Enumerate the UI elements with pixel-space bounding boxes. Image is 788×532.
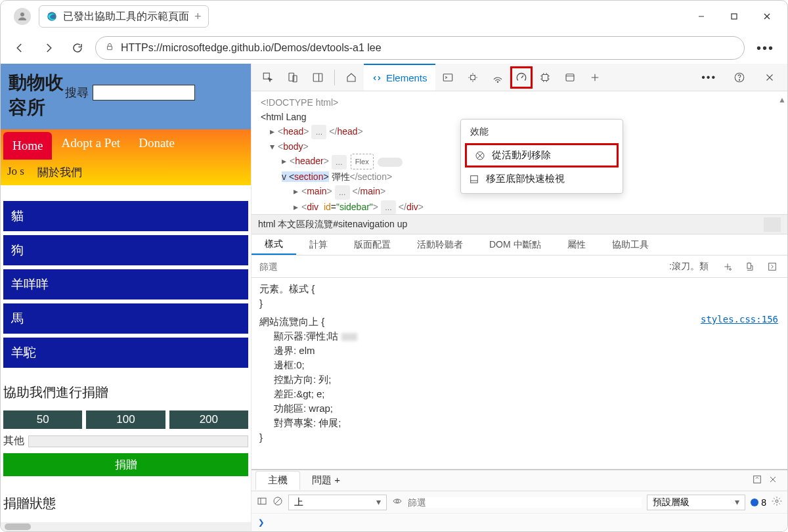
more-tabs-button[interactable] [584, 66, 606, 89]
edge-icon [46, 11, 58, 22]
svg-rect-48 [258, 498, 266, 504]
svg-point-52 [396, 500, 399, 502]
drawer-tab-issues[interactable]: 問題 + [300, 472, 352, 489]
svg-line-51 [275, 499, 280, 504]
ctx-move-to-bottom[interactable]: 移至底部快速檢視 [461, 169, 623, 189]
browser-tab[interactable]: 已發出協助工具的示範頁面 + [39, 5, 209, 28]
drawer-expand-icon[interactable] [752, 474, 762, 487]
devtools-menu-button[interactable]: ••• [696, 72, 722, 83]
window-minimize-button[interactable] [686, 6, 716, 27]
css-rules-pane[interactable]: 元素。樣式 { } 網站流覽向上 { 顯示器:彈性;咕 邊界: elm 邊框:0… [252, 278, 787, 469]
paint-bucket-icon[interactable] [740, 258, 760, 275]
application-tab-button[interactable] [559, 66, 581, 89]
scroll-up-icon[interactable]: ▲ [778, 93, 786, 107]
clear-console-icon[interactable] [273, 496, 283, 508]
devtools-toolbar: Elements ••• [252, 64, 787, 91]
nav-donate[interactable]: Donate [129, 129, 184, 160]
list-item[interactable]: 羊駝 [3, 338, 248, 368]
tab-styles[interactable]: 樣式 [252, 234, 296, 255]
inspect-element-button[interactable] [257, 66, 279, 89]
donate-title: 協助我們進行捐贈 [3, 384, 248, 401]
page-logo: 動物收容所 [6, 70, 65, 120]
close-devtools-button[interactable] [758, 66, 781, 89]
svg-rect-12 [443, 74, 452, 81]
donate-amount-button[interactable]: 200 [169, 410, 248, 429]
donate-submit-button[interactable]: 捐贈 [3, 453, 248, 476]
ctx-remove-from-activity-bar[interactable]: 從活動列移除 [465, 143, 619, 167]
window-close-button[interactable] [752, 6, 782, 27]
search-input[interactable] [93, 85, 195, 100]
page-viewport: 動物收容所 搜尋 Home Adopt a Pet Donate Jo s 關於… [1, 64, 252, 531]
log-level-select[interactable]: 預設層級 [647, 495, 745, 510]
memory-tab-button[interactable] [534, 66, 556, 89]
tab-elements[interactable]: Elements [364, 64, 435, 91]
welcome-tab-button[interactable] [340, 66, 362, 89]
device-emulation-button[interactable] [282, 66, 304, 89]
nav-adopt[interactable]: Adopt a Pet [52, 129, 129, 160]
console-prompt[interactable]: ❯ [252, 514, 787, 531]
network-tab-button[interactable] [487, 66, 509, 89]
dom-doctype: <!DOCTYPE html> [261, 97, 338, 108]
list-item[interactable]: 狗 [3, 235, 248, 265]
tab-dom-breakpoints[interactable]: DOM 中斷點 [476, 234, 554, 255]
tab-layout[interactable]: 版面配置 [341, 234, 404, 255]
breadcrumb-resize-handle[interactable] [764, 217, 781, 232]
console-tab-button[interactable] [437, 66, 459, 89]
donate-section: 協助我們進行捐贈 50 100 200 其他 捐贈 [1, 384, 251, 489]
css-source-link[interactable]: styles.css:156 [701, 312, 778, 326]
profile-avatar[interactable] [14, 8, 31, 25]
new-style-rule-button[interactable] [718, 258, 737, 275]
donate-other-input[interactable] [28, 435, 248, 447]
flex-badge[interactable]: Flex [351, 154, 374, 169]
drawer-tab-console[interactable]: 主機 [255, 471, 300, 490]
new-tab-plus[interactable]: + [194, 10, 202, 24]
list-item[interactable]: 羊咩咩 [3, 269, 248, 299]
address-bar[interactable]: HTTPs://microsoftedge.github.io/Demos/de… [95, 36, 745, 60]
tab-accessibility[interactable]: 協助工具 [599, 234, 662, 255]
svg-rect-20 [542, 74, 548, 80]
browser-menu-button[interactable]: ••• [751, 41, 779, 56]
live-expression-icon[interactable] [392, 496, 403, 508]
dock-side-button[interactable] [307, 66, 329, 89]
search-label: 搜尋 [65, 85, 89, 100]
horizontal-scrollbar[interactable] [1, 522, 251, 531]
url-text: HTTPs://microsoftedge.github.io/Demos/de… [121, 42, 382, 54]
styles-filter-row: :滾刀。類 [252, 255, 787, 278]
help-button[interactable] [728, 66, 751, 89]
drawer-close-icon[interactable] [768, 474, 778, 487]
tab-event-listeners[interactable]: 活動聆聽者 [404, 234, 476, 255]
forward-button[interactable] [37, 37, 60, 59]
performance-tab-button[interactable] [510, 66, 533, 89]
nav-about[interactable]: 關於我們 [31, 160, 89, 185]
console-sidebar-toggle-icon[interactable] [257, 496, 267, 508]
donate-other-label: 其他 [3, 434, 24, 448]
dom-breadcrumbs[interactable]: html 本文區段流覽#sitenavigation up [252, 215, 787, 234]
sources-tab-button[interactable] [462, 66, 484, 89]
computed-toggle-icon[interactable] [762, 258, 782, 275]
window-maximize-button[interactable] [719, 6, 749, 27]
console-context-select[interactable]: 上 [288, 495, 387, 510]
refresh-button[interactable] [66, 37, 89, 59]
svg-rect-29 [566, 74, 574, 81]
context-menu: 效能 從活動列移除 移至底部快速檢視 [460, 119, 623, 194]
donate-amount-button[interactable]: 50 [3, 410, 82, 429]
lock-icon [105, 42, 114, 54]
console-filter-input[interactable] [408, 497, 642, 508]
back-button[interactable] [9, 37, 31, 59]
page-header: 動物收容所 搜尋 [1, 64, 251, 129]
svg-rect-38 [471, 175, 478, 183]
tab-properties[interactable]: 屬性 [554, 234, 599, 255]
context-menu-header: 效能 [461, 123, 623, 142]
donate-amount-button[interactable]: 100 [86, 410, 165, 429]
hov-toggle[interactable]: :滾刀。類 [665, 259, 712, 274]
console-settings-icon[interactable] [772, 496, 782, 508]
svg-point-0 [20, 12, 24, 16]
nav-jos[interactable]: Jo s [1, 160, 31, 185]
list-item[interactable]: 馬 [3, 303, 248, 334]
tab-computed[interactable]: 計算 [296, 234, 341, 255]
svg-rect-10 [313, 74, 322, 81]
nav-home[interactable]: Home [3, 132, 52, 160]
list-item[interactable]: 貓 [3, 201, 248, 231]
styles-filter-input[interactable] [257, 259, 663, 275]
hidden-messages-count[interactable]: 8 [751, 497, 766, 508]
